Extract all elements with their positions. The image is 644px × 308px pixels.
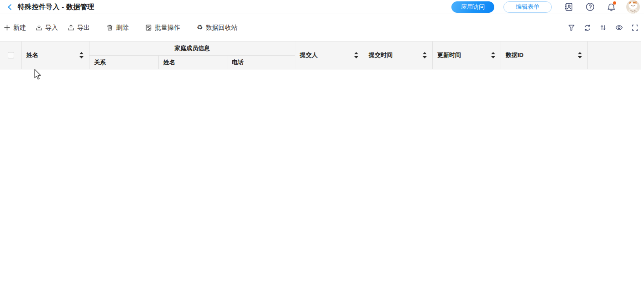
edit-form-button[interactable]: 编辑表单 xyxy=(503,1,552,13)
eye-icon[interactable] xyxy=(615,24,623,31)
export-button[interactable]: 导出 xyxy=(68,24,90,32)
contact-book-icon[interactable] xyxy=(564,2,573,12)
help-icon[interactable] xyxy=(585,2,595,12)
sort-toggle-icon[interactable] xyxy=(354,52,358,58)
table-body-empty xyxy=(0,69,644,308)
notification-dot xyxy=(613,1,616,5)
scrollbar-gutter-divider xyxy=(641,41,641,308)
table-tools xyxy=(567,24,639,31)
column-header-update-time[interactable]: 更新时间 xyxy=(433,42,501,69)
subcolumn-relation[interactable]: 关系 xyxy=(89,56,158,69)
subcolumn-member-name[interactable]: 姓名 xyxy=(158,56,227,69)
column-group-family-members: 家庭成员信息 关系 姓名 电话 xyxy=(89,42,295,69)
back-button[interactable] xyxy=(5,3,14,11)
lucky-cat-avatar-image xyxy=(626,0,640,14)
back-chevron-icon xyxy=(6,4,13,10)
page-title: 特殊控件导入 - 数据管理 xyxy=(18,3,94,11)
column-header-submit-time[interactable]: 提交时间 xyxy=(364,42,433,69)
app-access-button[interactable]: 应用访问 xyxy=(451,1,494,13)
sort-toggle-icon[interactable] xyxy=(79,52,84,58)
refresh-icon[interactable] xyxy=(583,24,591,31)
subcolumn-phone[interactable]: 电话 xyxy=(227,56,295,69)
filter-funnel-icon[interactable] xyxy=(567,24,575,31)
select-all-cell xyxy=(0,42,22,69)
column-header-data-id[interactable]: 数据ID xyxy=(501,42,588,69)
document-edit-icon xyxy=(145,24,152,31)
column-header-submitter[interactable]: 提交人 xyxy=(295,42,364,69)
user-avatar[interactable] xyxy=(626,0,640,14)
sort-arrows-icon[interactable] xyxy=(599,24,607,31)
export-icon xyxy=(68,24,74,31)
new-button[interactable]: 新建 xyxy=(4,24,26,32)
fullscreen-icon[interactable] xyxy=(631,24,639,31)
data-recycle-bin-button[interactable]: ♻ 数据回收站 xyxy=(197,24,237,32)
notifications-bell-icon[interactable] xyxy=(607,2,616,12)
sort-toggle-icon[interactable] xyxy=(491,52,495,58)
title-bar: 特殊控件导入 - 数据管理 应用访问 编辑表单 xyxy=(0,0,644,14)
delete-button[interactable]: 删除 xyxy=(106,24,129,32)
sort-toggle-icon[interactable] xyxy=(423,52,427,58)
batch-operations-button[interactable]: 批量操作 xyxy=(145,24,180,32)
action-toolbar: 新建 导入 导出 删除 xyxy=(0,14,644,41)
sort-toggle-icon[interactable] xyxy=(578,52,582,58)
import-icon xyxy=(36,24,42,31)
trash-icon xyxy=(106,24,113,31)
table-header: 姓名 家庭成员信息 关系 姓名 电话 提交人 提交时间 更新时间 数据ID xyxy=(0,41,641,69)
import-button[interactable]: 导入 xyxy=(36,24,58,32)
plus-icon xyxy=(4,24,10,31)
column-header-name[interactable]: 姓名 xyxy=(22,42,89,69)
titlebar-actions: 应用访问 编辑表单 xyxy=(451,0,640,14)
recycle-icon: ♻ xyxy=(197,24,203,31)
select-all-checkbox[interactable] xyxy=(8,52,14,58)
group-header-label: 家庭成员信息 xyxy=(89,42,295,56)
header-filler-cell xyxy=(588,42,641,69)
